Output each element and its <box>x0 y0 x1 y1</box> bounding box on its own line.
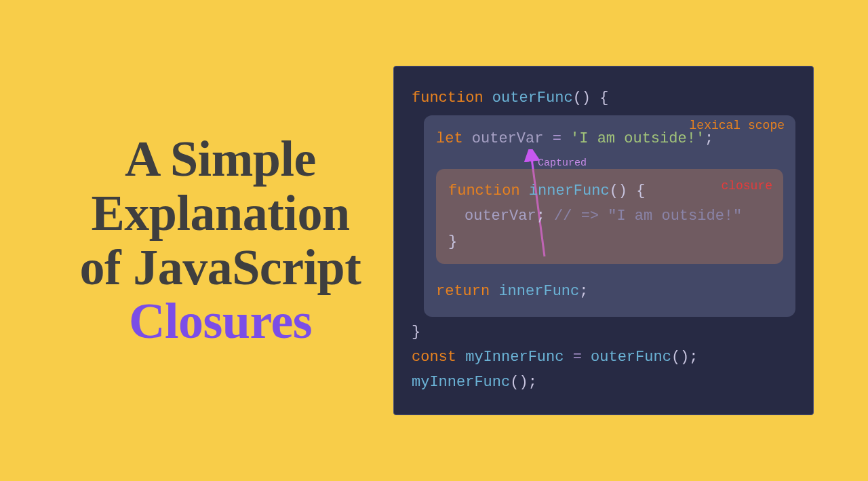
title-panel: A Simple Explanation of JavaScript Closu… <box>0 132 393 349</box>
closure-label: closure <box>721 176 772 197</box>
lexical-scope-label: lexical scope <box>690 115 785 136</box>
code-line-9: myInnerFunc(); <box>412 370 795 395</box>
code-line-6: return innerFunc; <box>436 279 783 304</box>
code-line-4: outerVar; // => "I am outside!" <box>448 204 771 229</box>
code-panel: function outerFunc() { lexical scope Cap… <box>393 66 834 415</box>
code-line-1: function outerFunc() { <box>412 85 795 111</box>
code-window: function outerFunc() { lexical scope Cap… <box>393 66 814 415</box>
title-heading: A Simple Explanation of JavaScript Closu… <box>61 132 380 349</box>
closure-box: closure function innerFunc() { outerVar;… <box>436 169 783 264</box>
title-line-1: A Simple <box>125 131 316 187</box>
lexical-scope-box: lexical scope Captured let outerVar = 'I… <box>424 115 795 317</box>
title-line-3: of JavaScript <box>80 239 361 295</box>
code-line-7: } <box>412 320 795 345</box>
title-line-2: Explanation <box>91 185 349 241</box>
code-line-8: const myInnerFunc = outerFunc(); <box>412 345 795 370</box>
code-line-5: } <box>448 229 771 254</box>
title-closures: Closures <box>129 293 312 349</box>
